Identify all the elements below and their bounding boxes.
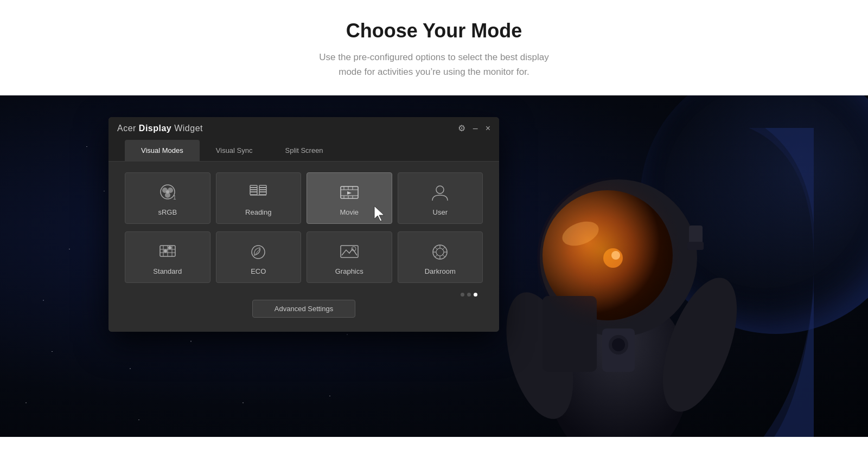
svg-point-14 — [537, 177, 700, 339]
svg-point-49 — [168, 246, 171, 249]
svg-line-61 — [443, 255, 445, 257]
svg-point-48 — [164, 249, 167, 253]
graphics-label: Graphics — [335, 267, 363, 275]
svg-point-12 — [612, 338, 625, 351]
srgb-label: sRGB — [158, 208, 177, 216]
modes-row-1: 1 sRGB — [125, 172, 483, 224]
page-header: Choose Your Mode Use the pre-configured … — [0, 0, 868, 95]
standard-label: Standard — [153, 267, 182, 275]
darkroom-icon — [429, 241, 451, 263]
mode-graphics[interactable]: Graphics — [307, 231, 392, 283]
svg-point-19 — [166, 190, 169, 194]
svg-point-55 — [436, 248, 444, 256]
reading-icon — [247, 182, 269, 204]
movie-icon — [339, 182, 360, 204]
svg-text:1: 1 — [173, 195, 176, 201]
dot-2[interactable] — [467, 293, 471, 297]
minimize-icon[interactable]: – — [473, 124, 478, 133]
eco-icon — [247, 241, 269, 263]
dot-3[interactable] — [474, 293, 477, 297]
user-icon — [429, 182, 451, 204]
tab-visual-modes[interactable]: Visual Modes — [125, 140, 200, 161]
page-description: Use the pre-configured options to select… — [0, 50, 868, 79]
svg-rect-22 — [250, 187, 257, 188]
dot-1[interactable] — [461, 293, 464, 297]
mode-movie[interactable]: Movie — [307, 172, 392, 224]
advanced-settings-row: Advanced Settings — [125, 300, 483, 321]
tabs-bar: Visual Modes Visual Sync Split Screen — [108, 140, 499, 162]
mode-user[interactable]: User — [398, 172, 483, 224]
palette-icon: 1 — [157, 182, 178, 204]
cursor-icon — [372, 205, 387, 222]
tab-visual-sync[interactable]: Visual Sync — [200, 140, 269, 161]
svg-marker-40 — [374, 206, 384, 221]
svg-line-60 — [435, 247, 437, 249]
svg-point-50 — [252, 246, 265, 259]
svg-rect-28 — [259, 191, 266, 192]
widget-window: Acer Display Widget ⚙ – × Visual Modes V… — [108, 117, 499, 332]
reading-label: Reading — [245, 208, 271, 216]
svg-marker-39 — [347, 191, 352, 195]
svg-rect-23 — [250, 189, 257, 190]
mode-darkroom[interactable]: Darkroom — [398, 231, 483, 283]
grid-content: 1 sRGB — [108, 162, 499, 332]
close-icon[interactable]: × — [486, 124, 490, 133]
svg-line-63 — [443, 247, 445, 249]
title-bar: Acer Display Widget ⚙ – × — [108, 117, 499, 140]
window-controls: ⚙ – × — [458, 124, 490, 133]
mode-srgb[interactable]: 1 sRGB — [125, 172, 210, 224]
hero-section: Acer Display Widget ⚙ – × Visual Modes V… — [0, 95, 868, 437]
svg-line-62 — [435, 255, 437, 257]
svg-rect-24 — [250, 191, 257, 192]
pagination-dots — [125, 291, 483, 298]
mode-standard[interactable]: Standard — [125, 231, 210, 283]
advanced-settings-button[interactable]: Advanced Settings — [252, 300, 355, 318]
page-title: Choose Your Mode — [0, 20, 868, 42]
movie-label: Movie — [340, 208, 359, 216]
mode-reading[interactable]: Reading — [216, 172, 302, 224]
tab-split-screen[interactable]: Split Screen — [269, 140, 340, 161]
graphics-icon — [339, 241, 360, 263]
mode-eco[interactable]: ECO — [216, 231, 302, 283]
user-label: User — [433, 208, 448, 216]
settings-icon[interactable]: ⚙ — [458, 124, 465, 133]
svg-rect-27 — [259, 189, 266, 190]
widget-title: Acer Display Widget — [117, 124, 203, 133]
standard-icon — [157, 241, 178, 263]
eco-label: ECO — [251, 267, 266, 275]
svg-point-41 — [436, 186, 444, 194]
darkroom-label: Darkroom — [425, 267, 456, 275]
modes-row-2: Standard ECO — [125, 231, 483, 283]
svg-rect-26 — [259, 187, 266, 188]
